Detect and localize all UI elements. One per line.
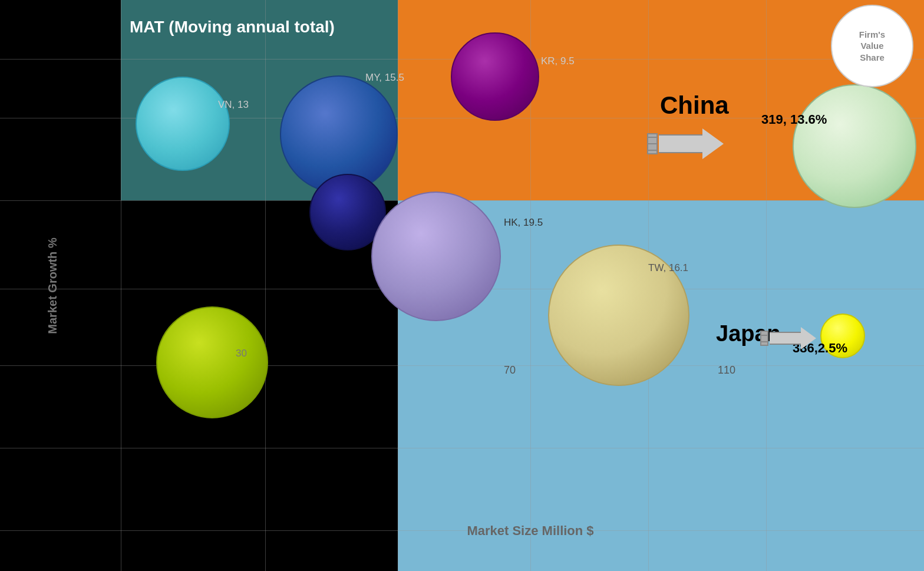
y-axis-label: Market Growth %	[46, 237, 60, 334]
grid-line-v1	[121, 0, 121, 571]
x-tick-110: 110	[718, 364, 735, 377]
china-label: China	[660, 91, 729, 120]
x-tick-70: 70	[504, 364, 516, 377]
firms-value-share-text: Firm's Value Share	[859, 29, 885, 64]
label-my: MY, 15.5	[365, 72, 404, 84]
label-vn: VN, 13	[218, 99, 249, 111]
china-value: 319, 13.6%	[761, 112, 827, 127]
grid-line-h7	[0, 530, 924, 531]
label-hk: HK, 19.5	[504, 217, 543, 229]
grid-line-h6	[0, 448, 924, 448]
bubble-hk	[371, 192, 501, 321]
grid-line-h5	[0, 365, 924, 366]
bubble-kr	[451, 32, 539, 121]
firms-value-share-circle: Firm's Value Share	[831, 5, 913, 87]
bubble-vn	[136, 77, 230, 171]
mat-label: MAT (Moving annual total)	[130, 18, 335, 37]
bubble-china	[793, 84, 916, 208]
label-yellow-green: 30	[236, 348, 247, 359]
grid-line-v2	[265, 0, 266, 571]
chart-container: MAT (Moving annual total) Market Growth …	[0, 0, 924, 571]
label-tw: TW, 16.1	[648, 262, 688, 274]
china-arrow	[647, 128, 724, 159]
label-kr: KR, 9.5	[541, 55, 575, 67]
japan-arrow	[760, 327, 816, 349]
bubble-yellow-green	[156, 306, 268, 418]
grid-line-v6	[766, 0, 767, 571]
x-axis-label: Market Size Million $	[467, 523, 593, 539]
